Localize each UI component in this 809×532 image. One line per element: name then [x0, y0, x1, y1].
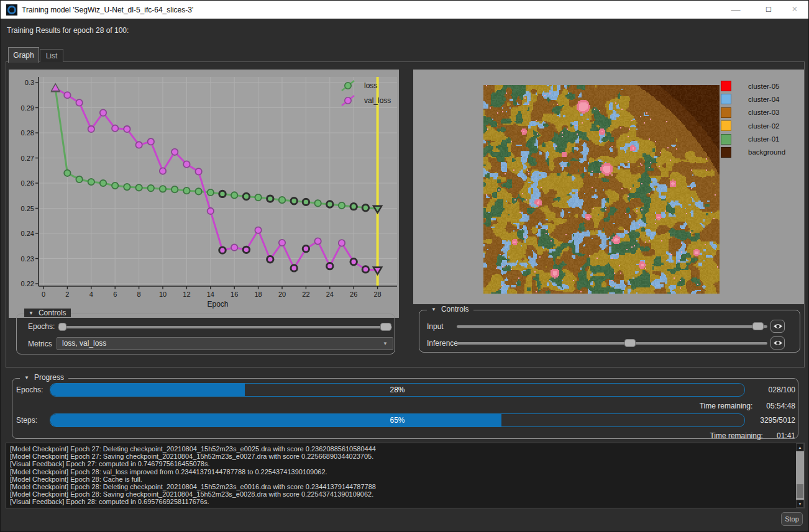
steps-progress-count: 3295/5012 [760, 416, 795, 425]
loss-chart: 0.30.290.280.270.260.250.240.230.2202468… [9, 70, 399, 318]
legend-color-chip [721, 94, 731, 104]
legend-label: cluster-04 [748, 96, 780, 103]
log-scrollbar[interactable]: ▲ ▼ [796, 443, 804, 508]
inference-preview-panel: cluster-05cluster-04cluster-03cluster-02… [413, 70, 804, 304]
svg-text:26: 26 [350, 291, 357, 298]
steps-progress-percent: 65% [50, 416, 744, 425]
class-legend: cluster-05cluster-04cluster-03cluster-02… [721, 81, 785, 160]
progress-header[interactable]: ▼Progress [20, 373, 68, 382]
legend-color-chip [721, 107, 731, 118]
tab-graph[interactable]: Graph [8, 47, 39, 63]
legend-label: background [748, 148, 785, 156]
steps-progress-bar: 65% [50, 413, 745, 427]
steps-progress-label: Steps: [16, 416, 37, 425]
graph-controls-title: Controls [39, 309, 66, 317]
app-window: Training model 'SegWiz_U-Net_dl-5_ifc-64… [0, 0, 809, 532]
legend-item: cluster-03 [721, 107, 785, 118]
app-icon [6, 4, 17, 16]
svg-text:10: 10 [159, 291, 167, 298]
collapse-arrow-icon[interactable]: ▼ [431, 307, 436, 312]
collapse-arrow-icon[interactable]: ▼ [29, 310, 34, 316]
legend-color-chip [721, 120, 731, 131]
svg-text:2: 2 [65, 291, 69, 298]
log-line: [Model Checkpoint] Epoch 27: Saving chec… [10, 453, 793, 460]
svg-text:6: 6 [113, 291, 117, 298]
scroll-up-icon[interactable]: ▲ [796, 443, 804, 451]
legend-item: cluster-02 [721, 120, 785, 131]
svg-text:Epoch: Epoch [207, 300, 228, 309]
svg-text:16: 16 [231, 291, 238, 298]
inference-slider-groove[interactable] [457, 342, 767, 345]
loss-chart-panel: 0.30.290.280.270.260.250.240.230.2202468… [9, 70, 399, 318]
epochs-range-min-handle[interactable] [58, 323, 66, 331]
stop-button[interactable]: Stop [781, 512, 803, 526]
epochs-slider-label: Epochs: [28, 322, 55, 331]
window-title: Training model 'SegWiz_U-Net_dl-5_ifc-64… [22, 1, 193, 19]
training-log: [Model Checkpoint] Epoch 27: Deleting ch… [6, 443, 805, 508]
chevron-down-icon: ▼ [383, 338, 388, 349]
chart-legend-val_loss: val_loss [364, 96, 391, 105]
legend-label: cluster-03 [748, 109, 780, 116]
time-remaining-label: Time remaining: [710, 431, 763, 440]
svg-text:0.3: 0.3 [25, 79, 34, 86]
eye-icon [773, 323, 783, 330]
progress-group: ▼Progress Epochs: 28% 028/100 Time remai… [12, 378, 798, 439]
graph-controls-header[interactable]: ▼Controls [24, 309, 71, 317]
log-line: [Visual Feedback] Epoch 27: computed in … [10, 460, 793, 467]
epochs-progress-label: Epochs: [16, 385, 43, 394]
time-remaining-label: Time remaining: [700, 402, 753, 410]
legend-color-chip [721, 147, 731, 158]
svg-text:24: 24 [326, 291, 334, 298]
svg-text:8: 8 [137, 291, 141, 298]
svg-text:12: 12 [183, 291, 190, 298]
svg-text:0.23: 0.23 [21, 255, 34, 263]
svg-text:0.25: 0.25 [21, 205, 34, 212]
svg-text:20: 20 [278, 291, 286, 298]
svg-text:0.24: 0.24 [21, 230, 34, 237]
minimize-button[interactable]: — [723, 1, 749, 19]
results-subtitle: Training Results for epoch 28 of 100: [7, 26, 129, 35]
inference-slider-label: Inference [427, 339, 458, 348]
svg-text:0.27: 0.27 [21, 155, 34, 162]
epochs-slider-groove[interactable] [58, 326, 392, 328]
epochs-range-max-handle[interactable] [380, 323, 391, 331]
collapse-arrow-icon[interactable]: ▼ [24, 375, 29, 381]
log-line: [Model Checkpoint] Epoch 28: val_loss im… [10, 468, 793, 476]
view-controls-group: ▼Controls Input Inference [419, 310, 800, 353]
legend-item: cluster-01 [721, 134, 785, 145]
view-controls-header[interactable]: ▼Controls [427, 305, 473, 313]
input-slider-handle[interactable] [752, 322, 764, 330]
metrics-dropdown[interactable]: loss, val_loss ▼ [57, 337, 393, 350]
svg-text:18: 18 [254, 291, 262, 298]
svg-text:4: 4 [89, 291, 93, 298]
maximize-button[interactable]: □ [756, 1, 782, 19]
log-line: [Model Checkpoint] Epoch 27: Deleting ch… [10, 445, 793, 453]
inference-slider-handle[interactable] [624, 339, 636, 347]
metrics-dropdown-label: Metrics [28, 340, 52, 348]
scroll-down-icon[interactable]: ▼ [796, 500, 804, 508]
inference-visibility-button[interactable] [770, 336, 785, 349]
epochs-progress-percent: 28% [50, 385, 744, 394]
svg-text:0.22: 0.22 [21, 280, 34, 287]
input-slider-groove[interactable] [457, 325, 767, 328]
app-logo-ring [7, 6, 16, 14]
close-button[interactable]: × [782, 1, 808, 19]
scrollbar-thumb[interactable] [797, 484, 803, 498]
svg-text:28: 28 [373, 291, 381, 298]
legend-item: cluster-05 [721, 81, 785, 91]
chart-legend-loss: loss [364, 81, 377, 90]
epochs-time-remaining: Time remaining:05:54:48 [700, 402, 795, 410]
svg-text:0.26: 0.26 [21, 179, 34, 187]
log-line: [Model Checkpoint] Epoch 28: Saving chec… [10, 490, 793, 498]
epochs-range-slider[interactable] [58, 322, 392, 331]
input-opacity-slider[interactable] [457, 322, 767, 331]
log-line: [Model Checkpoint] Epoch 28: Cache is fu… [10, 476, 793, 483]
tab-list[interactable]: List [40, 49, 63, 62]
input-visibility-button[interactable] [770, 320, 785, 333]
progress-title: Progress [34, 373, 64, 382]
legend-item: cluster-04 [721, 94, 785, 104]
titlebar: Training model 'SegWiz_U-Net_dl-5_ifc-64… [1, 1, 809, 19]
inference-opacity-slider[interactable] [457, 338, 767, 348]
legend-label: cluster-01 [748, 135, 780, 143]
tab-content-panel: 0.30.290.280.270.260.250.240.230.2202468… [6, 61, 805, 367]
